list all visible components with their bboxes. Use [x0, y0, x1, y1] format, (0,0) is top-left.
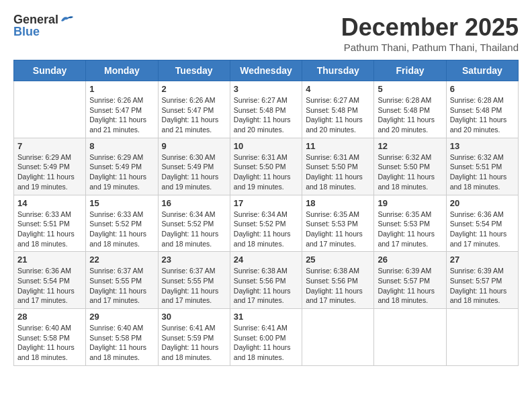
day-number: 5	[378, 84, 442, 94]
weekday-header-monday: Monday	[86, 60, 158, 81]
day-number: 21	[17, 255, 82, 265]
day-number: 7	[17, 141, 82, 151]
day-info: Sunrise: 6:32 AMSunset: 5:50 PMDaylight:…	[378, 152, 442, 192]
calendar-cell	[446, 309, 518, 366]
day-info: Sunrise: 6:37 AMSunset: 5:55 PMDaylight:…	[89, 266, 154, 306]
day-info: Sunrise: 6:38 AMSunset: 5:56 PMDaylight:…	[234, 266, 298, 306]
calendar-cell: 17Sunrise: 6:34 AMSunset: 5:52 PMDayligh…	[230, 195, 302, 252]
weekday-header-tuesday: Tuesday	[158, 60, 230, 81]
day-info: Sunrise: 6:26 AMSunset: 5:47 PMDaylight:…	[89, 95, 154, 135]
weekday-header-sunday: Sunday	[14, 60, 86, 81]
day-info: Sunrise: 6:34 AMSunset: 5:52 PMDaylight:…	[162, 210, 226, 249]
calendar-cell: 30Sunrise: 6:41 AMSunset: 5:59 PMDayligh…	[158, 309, 230, 366]
calendar-cell: 2Sunrise: 6:26 AMSunset: 5:47 PMDaylight…	[158, 81, 230, 138]
day-info: Sunrise: 6:30 AMSunset: 5:49 PMDaylight:…	[162, 152, 226, 192]
day-info: Sunrise: 6:31 AMSunset: 5:50 PMDaylight:…	[306, 152, 370, 192]
location-subtitle: Pathum Thani, Pathum Thani, Thailand	[341, 42, 519, 53]
day-number: 18	[306, 198, 370, 208]
day-info: Sunrise: 6:35 AMSunset: 5:53 PMDaylight:…	[306, 210, 370, 249]
calendar-cell: 15Sunrise: 6:33 AMSunset: 5:52 PMDayligh…	[86, 195, 158, 252]
weekday-header-saturday: Saturday	[446, 60, 518, 81]
day-info: Sunrise: 6:34 AMSunset: 5:52 PMDaylight:…	[234, 210, 298, 249]
day-info: Sunrise: 6:40 AMSunset: 5:58 PMDaylight:…	[17, 323, 82, 363]
calendar-cell	[374, 309, 446, 366]
weekday-header-thursday: Thursday	[302, 60, 374, 81]
calendar-week-row: 7Sunrise: 6:29 AMSunset: 5:49 PMDaylight…	[14, 138, 519, 195]
day-number: 12	[378, 141, 442, 151]
calendar-cell: 12Sunrise: 6:32 AMSunset: 5:50 PMDayligh…	[374, 138, 446, 195]
day-info: Sunrise: 6:26 AMSunset: 5:47 PMDaylight:…	[162, 95, 226, 135]
weekday-header-wednesday: Wednesday	[230, 60, 302, 81]
day-info: Sunrise: 6:40 AMSunset: 5:58 PMDaylight:…	[89, 323, 154, 363]
day-number: 10	[234, 141, 298, 151]
day-info: Sunrise: 6:41 AMSunset: 6:00 PMDaylight:…	[234, 323, 298, 363]
calendar-week-row: 14Sunrise: 6:33 AMSunset: 5:51 PMDayligh…	[14, 195, 519, 252]
logo: General Blue	[13, 13, 75, 39]
month-title: December 2025	[341, 13, 519, 42]
day-info: Sunrise: 6:31 AMSunset: 5:50 PMDaylight:…	[234, 152, 298, 192]
calendar-cell: 26Sunrise: 6:39 AMSunset: 5:57 PMDayligh…	[374, 252, 446, 309]
day-number: 1	[89, 84, 154, 94]
calendar-cell: 13Sunrise: 6:32 AMSunset: 5:51 PMDayligh…	[446, 138, 518, 195]
calendar-cell: 8Sunrise: 6:29 AMSunset: 5:49 PMDaylight…	[86, 138, 158, 195]
calendar-cell: 11Sunrise: 6:31 AMSunset: 5:50 PMDayligh…	[302, 138, 374, 195]
calendar-cell: 25Sunrise: 6:38 AMSunset: 5:56 PMDayligh…	[302, 252, 374, 309]
day-number: 27	[450, 255, 515, 265]
day-number: 17	[234, 198, 298, 208]
header: General Blue December 2025 Pathum Thani,…	[13, 13, 519, 53]
calendar-cell: 18Sunrise: 6:35 AMSunset: 5:53 PMDayligh…	[302, 195, 374, 252]
day-info: Sunrise: 6:37 AMSunset: 5:55 PMDaylight:…	[162, 266, 226, 306]
calendar-week-row: 1Sunrise: 6:26 AMSunset: 5:47 PMDaylight…	[14, 81, 519, 138]
day-info: Sunrise: 6:28 AMSunset: 5:48 PMDaylight:…	[450, 95, 515, 135]
calendar-cell: 29Sunrise: 6:40 AMSunset: 5:58 PMDayligh…	[86, 309, 158, 366]
calendar-cell: 16Sunrise: 6:34 AMSunset: 5:52 PMDayligh…	[158, 195, 230, 252]
calendar-cell: 27Sunrise: 6:39 AMSunset: 5:57 PMDayligh…	[446, 252, 518, 309]
calendar-cell: 21Sunrise: 6:36 AMSunset: 5:54 PMDayligh…	[14, 252, 86, 309]
day-number: 13	[450, 141, 515, 151]
day-number: 23	[162, 255, 226, 265]
day-number: 2	[162, 84, 226, 94]
day-info: Sunrise: 6:41 AMSunset: 5:59 PMDaylight:…	[162, 323, 226, 363]
day-number: 15	[89, 198, 154, 208]
day-info: Sunrise: 6:28 AMSunset: 5:48 PMDaylight:…	[378, 95, 442, 135]
day-number: 11	[306, 141, 370, 151]
day-number: 24	[234, 255, 298, 265]
day-info: Sunrise: 6:27 AMSunset: 5:48 PMDaylight:…	[234, 95, 298, 135]
calendar-cell	[14, 81, 86, 138]
day-number: 8	[89, 141, 154, 151]
weekday-header-row: SundayMondayTuesdayWednesdayThursdayFrid…	[14, 60, 519, 81]
calendar-table: SundayMondayTuesdayWednesdayThursdayFrid…	[13, 60, 519, 366]
calendar-cell	[302, 309, 374, 366]
logo-blue-text: Blue	[13, 26, 75, 39]
day-number: 31	[234, 312, 298, 322]
day-info: Sunrise: 6:38 AMSunset: 5:56 PMDaylight:…	[306, 266, 370, 306]
day-info: Sunrise: 6:36 AMSunset: 5:54 PMDaylight:…	[17, 266, 82, 306]
day-number: 6	[450, 84, 515, 94]
day-number: 29	[89, 312, 154, 322]
day-number: 28	[17, 312, 82, 322]
day-info: Sunrise: 6:39 AMSunset: 5:57 PMDaylight:…	[450, 266, 515, 306]
calendar-cell: 10Sunrise: 6:31 AMSunset: 5:50 PMDayligh…	[230, 138, 302, 195]
day-number: 9	[162, 141, 226, 151]
day-info: Sunrise: 6:33 AMSunset: 5:52 PMDaylight:…	[89, 210, 154, 249]
day-info: Sunrise: 6:29 AMSunset: 5:49 PMDaylight:…	[89, 152, 154, 192]
calendar-cell: 4Sunrise: 6:27 AMSunset: 5:48 PMDaylight…	[302, 81, 374, 138]
day-info: Sunrise: 6:36 AMSunset: 5:54 PMDaylight:…	[450, 210, 515, 249]
day-number: 20	[450, 198, 515, 208]
calendar-cell: 7Sunrise: 6:29 AMSunset: 5:49 PMDaylight…	[14, 138, 86, 195]
day-number: 26	[378, 255, 442, 265]
calendar-cell: 9Sunrise: 6:30 AMSunset: 5:49 PMDaylight…	[158, 138, 230, 195]
calendar-cell: 3Sunrise: 6:27 AMSunset: 5:48 PMDaylight…	[230, 81, 302, 138]
calendar-cell: 1Sunrise: 6:26 AMSunset: 5:47 PMDaylight…	[86, 81, 158, 138]
day-number: 30	[162, 312, 226, 322]
calendar-week-row: 21Sunrise: 6:36 AMSunset: 5:54 PMDayligh…	[14, 252, 519, 309]
calendar-week-row: 28Sunrise: 6:40 AMSunset: 5:58 PMDayligh…	[14, 309, 519, 366]
calendar-cell: 24Sunrise: 6:38 AMSunset: 5:56 PMDayligh…	[230, 252, 302, 309]
weekday-header-friday: Friday	[374, 60, 446, 81]
day-number: 22	[89, 255, 154, 265]
day-info: Sunrise: 6:35 AMSunset: 5:53 PMDaylight:…	[378, 210, 442, 249]
day-number: 25	[306, 255, 370, 265]
day-number: 19	[378, 198, 442, 208]
calendar-cell: 22Sunrise: 6:37 AMSunset: 5:55 PMDayligh…	[86, 252, 158, 309]
calendar-cell: 19Sunrise: 6:35 AMSunset: 5:53 PMDayligh…	[374, 195, 446, 252]
